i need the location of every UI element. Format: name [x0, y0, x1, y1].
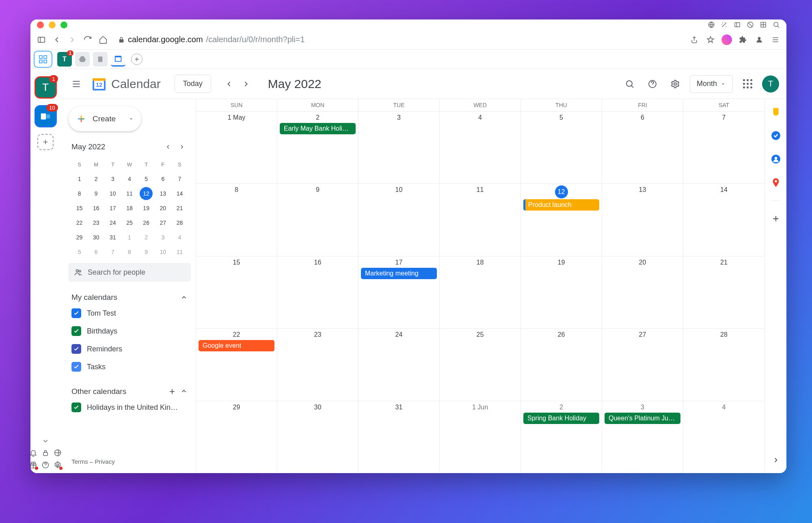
wand-icon[interactable] [721, 21, 728, 28]
mini-day[interactable]: 1 [71, 172, 87, 186]
globe-icon[interactable] [54, 449, 62, 457]
day-cell[interactable]: 18 [440, 256, 521, 328]
help-icon[interactable] [644, 76, 661, 92]
mini-day[interactable]: 27 [155, 216, 171, 230]
gift-icon[interactable] [30, 461, 37, 469]
mini-day[interactable]: 2 [88, 172, 104, 186]
mini-day[interactable]: 22 [71, 216, 87, 230]
mini-day[interactable]: 14 [172, 187, 188, 200]
mini-day[interactable]: 10 [155, 245, 171, 259]
mini-day[interactable]: 3 [105, 172, 121, 186]
url-field[interactable]: calendar.google.com/calendar/u/0/r/month… [113, 35, 684, 44]
day-cell[interactable]: 17Marketing meeting [358, 256, 440, 328]
day-cell[interactable]: 2Spring Bank Holiday [521, 401, 602, 473]
panel-icon[interactable] [734, 21, 741, 28]
menu-icon[interactable] [770, 34, 781, 45]
day-cell[interactable]: 31 [358, 401, 440, 473]
tab-teams[interactable]: T1 [57, 52, 72, 67]
new-tab[interactable] [131, 54, 143, 65]
mini-day[interactable]: 3 [155, 230, 171, 244]
share-icon[interactable] [689, 34, 700, 45]
mini-day[interactable]: 29 [71, 230, 87, 244]
reload-icon[interactable] [82, 34, 93, 45]
day-cell[interactable]: 12Product launch [521, 184, 602, 256]
mini-day[interactable]: 31 [105, 230, 121, 244]
tab-calendar[interactable] [111, 52, 125, 67]
day-cell[interactable]: 23 [277, 329, 358, 400]
tab-group-icon[interactable] [34, 51, 52, 68]
mini-day[interactable]: 30 [88, 230, 104, 244]
day-cell[interactable]: 27 [602, 329, 683, 400]
mini-day[interactable]: 2 [138, 230, 154, 244]
day-cell[interactable]: 16 [277, 256, 358, 328]
mini-day[interactable]: 25 [121, 216, 137, 230]
mini-day[interactable]: 1 [121, 230, 137, 244]
mini-next[interactable] [176, 141, 188, 153]
checkbox-icon[interactable] [71, 362, 81, 372]
checkbox-icon[interactable] [71, 326, 81, 336]
day-cell[interactable]: 8 [196, 184, 277, 256]
my-calendars-toggle[interactable]: My calendars [68, 291, 191, 304]
checkbox-icon[interactable] [71, 402, 81, 412]
day-cell[interactable]: 5 [521, 112, 602, 183]
keep-icon[interactable] [770, 106, 782, 118]
day-cell[interactable]: 29 [196, 401, 277, 473]
event-chip[interactable]: Queen's Platinum Jubilee [605, 413, 680, 424]
day-cell[interactable]: 24 [358, 329, 440, 400]
mini-day[interactable]: 26 [138, 216, 154, 230]
day-cell[interactable]: 28 [683, 329, 764, 400]
apps-icon[interactable] [739, 76, 756, 92]
mini-day[interactable]: 7 [172, 172, 188, 186]
mini-day[interactable]: 5 [71, 245, 87, 259]
maps-icon[interactable] [770, 177, 782, 188]
hamburger-icon[interactable] [68, 76, 84, 92]
day-cell[interactable]: 9 [277, 184, 358, 256]
mini-day[interactable]: 10 [105, 187, 121, 200]
today-button[interactable]: Today [175, 75, 211, 93]
mini-day[interactable]: 20 [155, 201, 171, 215]
no-entry-icon[interactable] [747, 21, 754, 28]
day-cell[interactable]: 7 [683, 112, 764, 183]
day-cell[interactable]: 10 [358, 184, 440, 256]
mini-day[interactable]: 9 [138, 245, 154, 259]
view-select[interactable]: Month [690, 75, 733, 93]
day-cell[interactable]: 2Early May Bank Holiday [277, 112, 358, 183]
mini-day[interactable]: 19 [138, 201, 154, 215]
day-cell[interactable]: 14 [683, 184, 764, 256]
mini-day[interactable]: 13 [155, 187, 171, 200]
day-cell[interactable]: 13 [602, 184, 683, 256]
calendar-list-item[interactable]: Tasks [68, 358, 191, 376]
day-cell[interactable]: 21 [683, 256, 764, 328]
chevron-down-icon[interactable] [42, 437, 49, 445]
calendar-list-item[interactable]: Tom Test [68, 304, 191, 322]
minimize-window[interactable] [49, 22, 56, 28]
event-chip[interactable]: Spring Bank Holiday [523, 413, 599, 424]
day-cell[interactable]: 15 [196, 256, 277, 328]
mini-day[interactable]: 21 [172, 201, 188, 215]
extensions-icon[interactable] [738, 34, 748, 45]
mini-day[interactable]: 5 [138, 172, 154, 186]
checkbox-icon[interactable] [71, 308, 81, 318]
settings-icon[interactable] [54, 461, 62, 469]
mini-day[interactable]: 23 [88, 216, 104, 230]
privacy-link[interactable]: Privacy [95, 458, 115, 465]
search-icon[interactable] [622, 76, 638, 92]
search-people[interactable]: Search for people [68, 263, 191, 282]
day-cell[interactable]: 4 [440, 112, 521, 183]
event-chip[interactable]: Marketing meeting [361, 268, 437, 279]
day-cell[interactable]: 6 [602, 112, 683, 183]
calendar-list-item[interactable]: Reminders [68, 340, 191, 358]
day-cell[interactable]: 3Queen's Platinum Jubilee [602, 401, 683, 473]
close-window[interactable] [37, 22, 44, 28]
space-item-1[interactable]: T1 [35, 76, 57, 99]
mini-day[interactable]: 4 [172, 230, 188, 244]
profile-avatar[interactable] [721, 34, 732, 45]
mini-day[interactable]: 28 [172, 216, 188, 230]
globe-icon[interactable] [708, 21, 715, 28]
day-cell[interactable]: 30 [277, 401, 358, 473]
chevron-up-icon[interactable] [180, 387, 188, 395]
event-chip[interactable]: Early May Bank Holiday [280, 123, 356, 134]
gear-icon[interactable] [667, 76, 683, 92]
tab-drive[interactable] [75, 52, 90, 67]
mini-day[interactable]: 9 [88, 187, 104, 200]
